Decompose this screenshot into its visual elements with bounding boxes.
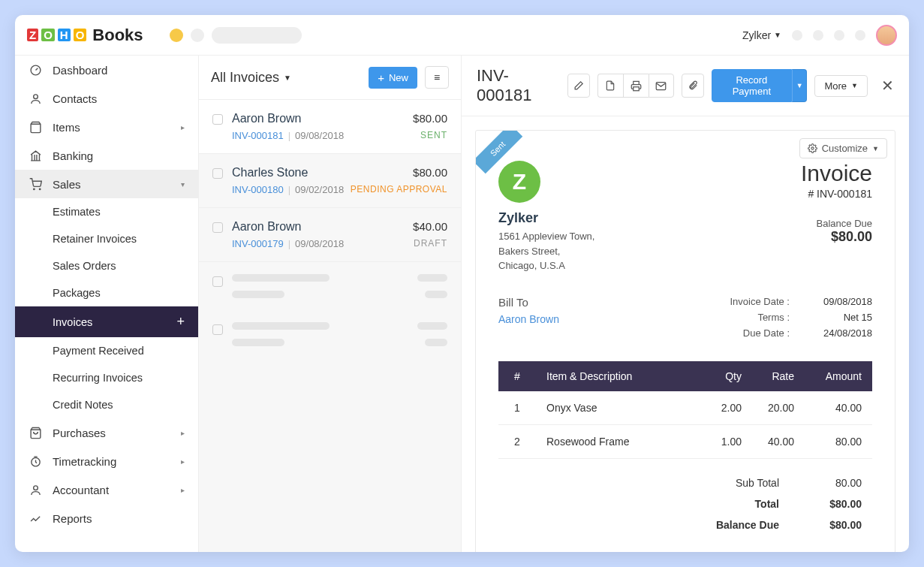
svg-point-2 bbox=[33, 188, 34, 189]
invoice-customer: Aaron Brown bbox=[232, 112, 302, 125]
svg-point-8 bbox=[811, 147, 814, 149]
bill-to-name[interactable]: Aaron Brown bbox=[498, 313, 559, 325]
sidebar-item-banking[interactable]: Banking bbox=[15, 141, 198, 170]
chevron-right-icon: ▸ bbox=[181, 457, 185, 466]
totals-value: 80.00 bbox=[809, 477, 862, 489]
row-checkbox[interactable] bbox=[212, 114, 223, 125]
invoice-list-panel: All Invoices ▼ + New ≡ Aaron Brown $80.0… bbox=[199, 56, 462, 552]
col-amount: Amount bbox=[805, 361, 872, 391]
attach-button[interactable] bbox=[682, 74, 704, 98]
detail-invoice-number: INV-000181 bbox=[477, 66, 552, 105]
svg-point-1 bbox=[33, 94, 38, 98]
sidebar-item-items[interactable]: Items ▸ bbox=[15, 113, 198, 141]
balance-due-label: Balance Due bbox=[801, 218, 872, 229]
list-title-text: All Invoices bbox=[211, 70, 279, 86]
sidebar-item-accountant[interactable]: Accountant ▸ bbox=[15, 475, 198, 504]
cell: 80.00 bbox=[805, 424, 872, 458]
sidebar-sub-estimates[interactable]: Estimates bbox=[15, 198, 198, 225]
meta-key: Invoice Date : bbox=[722, 296, 790, 307]
sidebar-label: Banking bbox=[53, 149, 93, 162]
tab-placeholder bbox=[212, 27, 302, 44]
tab-dot bbox=[191, 29, 204, 42]
invoice-date: 09/02/2018 bbox=[295, 184, 344, 195]
hamburger-icon: ≡ bbox=[434, 71, 440, 83]
invoice-status: SENT bbox=[420, 130, 447, 141]
caret-down-icon: ▼ bbox=[796, 82, 803, 89]
list-menu-button[interactable]: ≡ bbox=[425, 66, 449, 89]
sidebar-label: Sales bbox=[53, 178, 81, 191]
caret-down-icon: ▼ bbox=[774, 31, 781, 39]
record-payment-button[interactable]: Record Payment bbox=[712, 69, 792, 102]
company-address-line: Chicago, U.S.A bbox=[498, 258, 594, 273]
sidebar-sub-sales-orders[interactable]: Sales Orders bbox=[15, 252, 198, 279]
close-detail-button[interactable]: ✕ bbox=[881, 77, 894, 95]
invoice-row[interactable]: Aaron Brown $40.00 INV-000179|09/08/2018… bbox=[199, 208, 461, 262]
row-checkbox[interactable] bbox=[212, 222, 223, 233]
totals-value: $80.00 bbox=[809, 519, 862, 531]
invoice-row[interactable]: Charles Stone $80.00 INV-000180|09/02/20… bbox=[199, 154, 461, 208]
invoice-date: 09/08/2018 bbox=[295, 130, 344, 141]
meta-value: Net 15 bbox=[812, 312, 872, 323]
header-placeholder-icon bbox=[813, 30, 823, 41]
totals-key: Balance Due bbox=[704, 519, 779, 531]
sidebar-label: Dashboard bbox=[53, 64, 107, 77]
meta-value: 24/08/2018 bbox=[812, 327, 872, 339]
cell: 2 bbox=[498, 424, 536, 458]
sidebar-item-sales[interactable]: Sales ▾ bbox=[15, 170, 198, 198]
chevron-right-icon: ▸ bbox=[181, 429, 185, 437]
sidebar-sub-packages[interactable]: Packages bbox=[15, 279, 198, 306]
edit-button[interactable] bbox=[567, 74, 590, 98]
invoice-status: PENDING APPROVAL bbox=[351, 184, 447, 195]
org-switcher[interactable]: Zylker ▼ bbox=[742, 29, 781, 41]
print-icon bbox=[631, 80, 642, 92]
invoice-row[interactable]: Aaron Brown $80.00 INV-000181|09/08/2018… bbox=[199, 100, 461, 154]
invoice-customer: Aaron Brown bbox=[232, 220, 302, 234]
header-placeholder-icon bbox=[792, 30, 802, 41]
more-button[interactable]: More ▼ bbox=[814, 75, 868, 97]
pdf-button[interactable] bbox=[597, 74, 623, 98]
email-button[interactable] bbox=[649, 74, 674, 98]
bill-to-label: Bill To bbox=[498, 296, 559, 309]
col-desc: Item & Description bbox=[536, 361, 707, 391]
row-checkbox[interactable] bbox=[212, 168, 223, 179]
invoice-amount: $80.00 bbox=[413, 166, 447, 179]
sidebar-sub-recurring-invoices[interactable]: Recurring Invoices bbox=[15, 364, 198, 391]
invoice-document: Sent Customize ▼ Z Zylker 1561 Appleview… bbox=[475, 130, 895, 552]
header-placeholder-icon bbox=[855, 30, 865, 41]
print-button[interactable] bbox=[623, 74, 649, 98]
sales-icon bbox=[29, 177, 42, 191]
customize-button[interactable]: Customize ▼ bbox=[799, 138, 887, 158]
user-avatar[interactable] bbox=[876, 25, 897, 46]
svg-point-3 bbox=[39, 188, 40, 189]
pdf-icon bbox=[605, 80, 615, 91]
list-filter-dropdown[interactable]: All Invoices ▼ bbox=[211, 70, 291, 86]
invoice-customer: Charles Stone bbox=[232, 166, 308, 179]
invoice-amount: $80.00 bbox=[413, 112, 447, 125]
sidebar-sub-credit-notes[interactable]: Credit Notes bbox=[15, 391, 198, 418]
col-rate: Rate bbox=[752, 361, 805, 391]
record-payment-dropdown[interactable]: ▼ bbox=[792, 69, 807, 102]
plus-icon[interactable]: + bbox=[176, 314, 185, 330]
company-address-line: 1561 Appleview Town, bbox=[498, 229, 594, 244]
line-items-table: # Item & Description Qty Rate Amount 1 O… bbox=[498, 361, 872, 459]
sidebar-item-timetracking[interactable]: Timetracking ▸ bbox=[15, 447, 198, 475]
sidebar-sub-retainer-invoices[interactable]: Retainer Invoices bbox=[15, 225, 198, 252]
new-button-label: New bbox=[389, 72, 408, 83]
meta-key: Due Date : bbox=[722, 327, 790, 339]
document-number: # INV-000181 bbox=[801, 188, 872, 200]
sidebar-item-dashboard[interactable]: Dashboard bbox=[15, 56, 198, 84]
sidebar-item-reports[interactable]: Reports bbox=[15, 504, 198, 532]
invoice-id: INV-000181 bbox=[232, 130, 284, 141]
skeleton-row bbox=[199, 262, 461, 310]
invoice-date: 09/08/2018 bbox=[295, 238, 344, 249]
tab-dot-active bbox=[170, 29, 183, 42]
org-name: Zylker bbox=[742, 29, 771, 41]
accountant-icon bbox=[29, 483, 42, 496]
sidebar-item-purchases[interactable]: Purchases ▸ bbox=[15, 418, 198, 447]
sidebar-sub-payment-received[interactable]: Payment Received bbox=[15, 337, 198, 364]
sidebar-sub-invoices[interactable]: Invoices + bbox=[15, 306, 198, 337]
sidebar-item-contacts[interactable]: Contacts bbox=[15, 84, 198, 113]
new-invoice-button[interactable]: + New bbox=[369, 67, 417, 89]
app-logo[interactable]: ZOHO Books bbox=[27, 26, 143, 45]
meta-value: 09/08/2018 bbox=[812, 296, 872, 307]
